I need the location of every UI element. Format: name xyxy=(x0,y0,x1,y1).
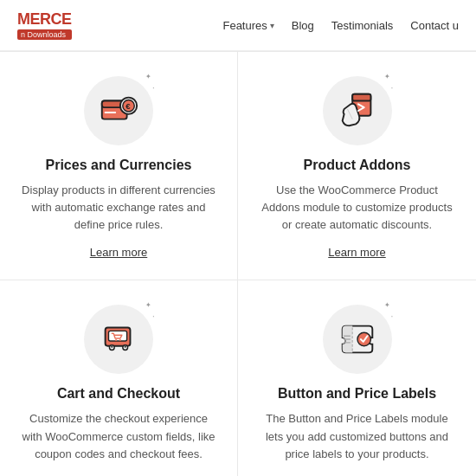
prices-currencies-desc: Display products in different currencies… xyxy=(21,182,216,234)
button-price-labels-title: Button and Price Labels xyxy=(278,386,436,402)
product-addons-icon-wrapper xyxy=(323,76,392,145)
main-nav: Features ▾ Blog Testimonials Contact u xyxy=(222,19,459,32)
svg-point-13 xyxy=(109,345,114,351)
product-addons-title: Product Addons xyxy=(304,158,411,173)
logo-subtitle: n Downloads xyxy=(17,29,72,40)
prices-currencies-title: Prices and Currencies xyxy=(46,158,192,173)
feature-card-cart-checkout: Cart and Checkout Customize the checkout… xyxy=(0,280,238,476)
cart-checkout-icon-wrapper xyxy=(84,305,153,374)
logo-text: MERCE xyxy=(17,10,72,29)
logo: MERCE n Downloads xyxy=(17,10,72,40)
prices-currencies-learn-more[interactable]: Learn more xyxy=(90,246,147,259)
svg-rect-7 xyxy=(352,94,370,101)
chevron-down-icon: ▾ xyxy=(270,21,274,30)
prices-currencies-icon-wrapper: € xyxy=(84,76,153,145)
button-price-labels-icon-wrapper xyxy=(323,305,392,374)
product-addons-learn-more[interactable]: Learn more xyxy=(328,246,385,259)
feature-card-prices-currencies: € Prices and Currencies Display products… xyxy=(0,52,238,280)
cart-checkout-title: Cart and Checkout xyxy=(57,386,180,402)
prices-currencies-icon: € xyxy=(97,89,140,132)
svg-text:€: € xyxy=(125,101,131,111)
svg-rect-10 xyxy=(108,331,126,342)
nav-contact[interactable]: Contact u xyxy=(410,19,459,32)
nav-testimonials[interactable]: Testimonials xyxy=(331,19,394,32)
button-price-labels-icon xyxy=(336,318,379,361)
features-grid: € Prices and Currencies Display products… xyxy=(0,51,476,476)
product-addons-icon xyxy=(336,89,379,132)
feature-card-button-price-labels: Button and Price Labels The Button and P… xyxy=(238,280,476,476)
nav-blog[interactable]: Blog xyxy=(292,19,314,32)
button-price-labels-desc: The Button and Price Labels module lets … xyxy=(259,410,455,462)
product-addons-desc: Use the WooCommerce Product Addons modul… xyxy=(259,182,455,234)
cart-checkout-icon xyxy=(97,318,140,361)
cart-checkout-desc: Customize the checkout experience with W… xyxy=(21,410,216,462)
nav-features[interactable]: Features ▾ xyxy=(222,19,273,32)
svg-point-14 xyxy=(123,345,128,351)
svg-point-11 xyxy=(115,339,117,341)
header: MERCE n Downloads Features ▾ Blog Testim… xyxy=(0,0,476,51)
feature-card-product-addons: Product Addons Use the WooCommerce Produ… xyxy=(238,52,476,280)
svg-point-12 xyxy=(119,339,121,341)
